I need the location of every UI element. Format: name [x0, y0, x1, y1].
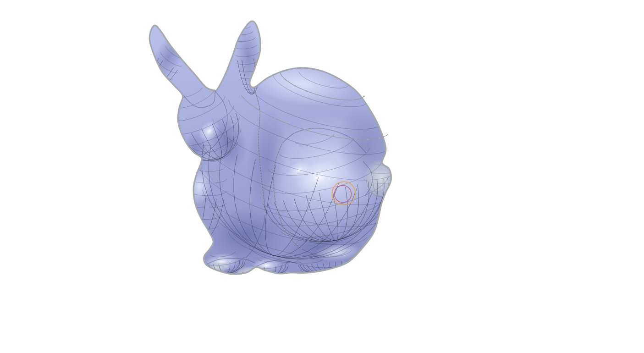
- bunny-3d-model[interactable]: [4, 4, 569, 287]
